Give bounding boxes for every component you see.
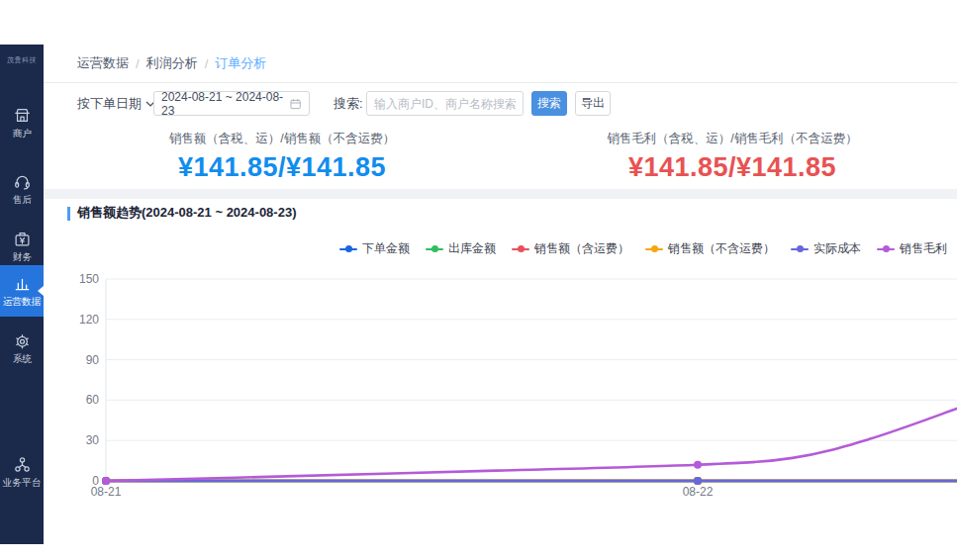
sidebar-item-label: 系统 bbox=[12, 352, 31, 365]
legend-item-5[interactable]: 销售毛利 bbox=[877, 240, 947, 257]
page: 茂贵科技 商户售后财务运营数据系统业务平台 运营数据/利润分析/订单分析 按下单… bbox=[0, 0, 957, 560]
breadcrumb-bar: 运营数据/利润分析/订单分析 bbox=[44, 45, 957, 82]
legend-item-4[interactable]: 实际成本 bbox=[791, 240, 861, 257]
app-logo: 茂贵科技 bbox=[0, 55, 44, 65]
y-axis-tick-label: 150 bbox=[59, 272, 99, 286]
gross-profit-value: ¥141.85/¥141.85 bbox=[534, 152, 930, 183]
chart-legend: 下单金额出库金额销售额（含运费）销售额（不含运费）实际成本销售毛利 bbox=[339, 240, 947, 257]
finance-icon bbox=[13, 230, 32, 248]
search-button[interactable]: 搜索 bbox=[531, 91, 567, 116]
gear-icon bbox=[13, 331, 32, 350]
y-axis-tick-label: 30 bbox=[59, 433, 99, 447]
sidebar-item-label: 售后 bbox=[12, 193, 31, 206]
sidebar-item-label: 运营数据 bbox=[3, 295, 42, 308]
date-range-input[interactable]: 2024-08-21 ~ 2024-08-23 bbox=[153, 91, 310, 116]
legend-item-0[interactable]: 下单金额 bbox=[339, 240, 410, 257]
chart-title: 销售额趋势(2024-08-21 ~ 2024-08-23) bbox=[77, 204, 296, 222]
legend-marker bbox=[426, 248, 443, 250]
sales-amount-value: ¥141.85/¥141.85 bbox=[84, 152, 480, 183]
date-type-label: 按下单日期 bbox=[77, 91, 142, 116]
breadcrumb-separator: / bbox=[205, 56, 209, 71]
calendar-icon bbox=[289, 97, 302, 111]
sales-trend-line-chart bbox=[0, 0, 957, 560]
search-input[interactable] bbox=[366, 91, 524, 116]
legend-label: 销售额（含运费） bbox=[534, 240, 629, 257]
bar-chart-icon bbox=[13, 274, 32, 293]
headset-icon bbox=[13, 172, 32, 191]
breadcrumb: 运营数据/利润分析/订单分析 bbox=[77, 45, 266, 82]
sidebar-item-merchant[interactable]: 商户 bbox=[0, 99, 44, 146]
date-range-value: 2024-08-21 ~ 2024-08-23 bbox=[161, 90, 289, 118]
date-type-selector[interactable]: 按下单日期 bbox=[77, 91, 155, 116]
legend-label: 销售毛利 bbox=[900, 240, 947, 257]
legend-item-3[interactable]: 销售额（不含运费） bbox=[645, 240, 775, 257]
x-axis-tick-label: 08-21 bbox=[76, 485, 136, 499]
sidebar-item-system[interactable]: 系统 bbox=[0, 325, 44, 372]
y-axis-tick-label: 120 bbox=[59, 313, 99, 327]
sidebar: 茂贵科技 商户售后财务运营数据系统业务平台 bbox=[0, 45, 44, 544]
sidebar-item-operation-data[interactable]: 运营数据 bbox=[0, 265, 44, 317]
y-axis-tick-label: 60 bbox=[59, 393, 99, 407]
legend-item-2[interactable]: 销售额（含运费） bbox=[512, 240, 629, 257]
sales-amount-label: 销售额（含税、运）/销售额（不含运费） bbox=[84, 131, 480, 147]
sales-amount-stat: 销售额（含税、运）/销售额（不含运费） ¥141.85/¥141.85 bbox=[84, 131, 480, 183]
org-platform-icon bbox=[13, 455, 32, 474]
legend-label: 下单金额 bbox=[362, 240, 410, 257]
sidebar-item-label: 财务 bbox=[12, 250, 31, 263]
legend-marker bbox=[877, 248, 895, 250]
legend-label: 出库金额 bbox=[448, 240, 496, 257]
storefront-icon bbox=[13, 106, 32, 125]
legend-marker bbox=[645, 248, 663, 250]
breadcrumb-item[interactable]: 订单分析 bbox=[215, 54, 266, 72]
legend-marker bbox=[791, 248, 809, 250]
breadcrumb-item[interactable]: 运营数据 bbox=[77, 54, 129, 72]
sidebar-item-label: 商户 bbox=[12, 127, 31, 140]
sidebar-item-finance[interactable]: 财务 bbox=[0, 223, 44, 270]
sidebar-item-business-platform[interactable]: 业务平台 bbox=[0, 448, 44, 496]
breadcrumb-item[interactable]: 利润分析 bbox=[146, 54, 198, 72]
x-axis-tick-label: 08-22 bbox=[668, 485, 727, 499]
topbar-divider bbox=[44, 82, 957, 83]
search-label: 搜索: bbox=[334, 91, 363, 116]
y-axis-tick-label: 90 bbox=[59, 353, 99, 367]
sidebar-item-after-sale[interactable]: 售后 bbox=[0, 165, 44, 213]
section-gap bbox=[44, 189, 957, 199]
legend-label: 销售额（不含运费） bbox=[668, 240, 775, 257]
gross-profit-label: 销售毛利（含税、运）/销售毛利（不含运费） bbox=[534, 131, 930, 147]
export-button[interactable]: 导出 bbox=[575, 91, 611, 116]
legend-marker bbox=[512, 248, 529, 250]
gross-profit-stat: 销售毛利（含税、运）/销售毛利（不含运费） ¥141.85/¥141.85 bbox=[534, 131, 930, 183]
sidebar-item-label: 业务平台 bbox=[3, 476, 42, 489]
active-notch bbox=[38, 286, 44, 296]
breadcrumb-separator: / bbox=[136, 56, 140, 71]
legend-marker bbox=[339, 248, 357, 250]
legend-item-1[interactable]: 出库金额 bbox=[426, 240, 496, 257]
chart-title-marker bbox=[67, 207, 70, 221]
legend-label: 实际成本 bbox=[813, 240, 861, 257]
